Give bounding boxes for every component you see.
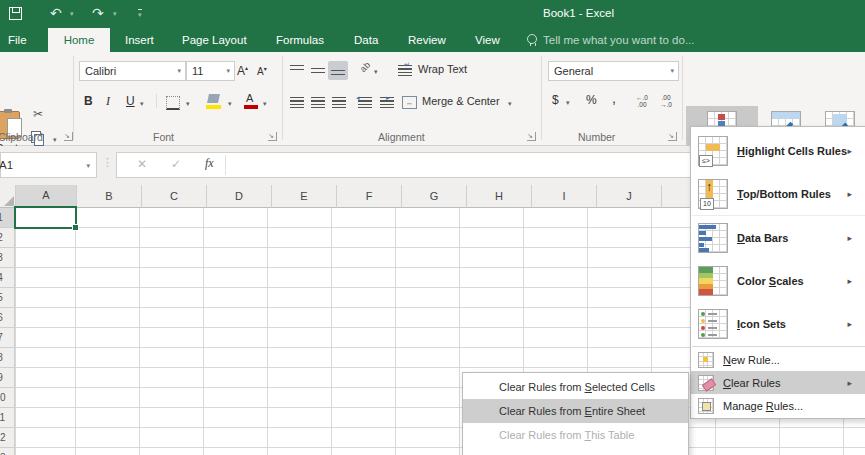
align-bottom-button[interactable] <box>328 61 348 80</box>
copy-caret-icon[interactable]: ▾ <box>53 136 57 144</box>
align-middle-icon[interactable] <box>311 65 325 76</box>
italic-button[interactable]: I <box>106 94 110 109</box>
align-left-icon[interactable] <box>290 97 304 108</box>
currency-caret-icon[interactable]: ▾ <box>566 99 570 107</box>
column-header-b[interactable]: B <box>77 185 142 208</box>
underline-caret-icon[interactable]: ▾ <box>140 100 144 108</box>
shrink-font-button[interactable]: A▾ <box>257 65 267 77</box>
cancel-icon[interactable]: ✕ <box>137 157 147 171</box>
name-box-value: A1 <box>0 159 13 171</box>
align-top-icon[interactable] <box>290 65 304 76</box>
column-header-f[interactable]: F <box>337 185 402 208</box>
fill-color-caret-icon[interactable]: ▾ <box>228 100 232 108</box>
font-color-caret-icon[interactable]: ▾ <box>263 100 267 108</box>
menu-item-color-scales[interactable]: Color Scales ▸ <box>691 259 865 302</box>
qat-customize-icon[interactable]: ▾ <box>138 9 142 19</box>
undo-caret-icon[interactable]: ▾ <box>70 10 74 18</box>
submenu-item-clear-selected-cells[interactable]: Clear Rules from Selected Cells <box>463 375 688 399</box>
font-size-caret-icon[interactable]: ▾ <box>226 62 230 80</box>
currency-button[interactable]: $ <box>552 93 559 107</box>
save-icon[interactable] <box>9 7 22 20</box>
menu-item-manage-rules[interactable]: Manage Rules... <box>691 394 865 417</box>
tab-data[interactable]: Data <box>354 28 378 52</box>
menu-item-data-bars[interactable]: Data Bars ▸ <box>691 216 865 259</box>
tab-formulas[interactable]: Formulas <box>276 28 324 52</box>
tab-page-layout[interactable]: Page Layout <box>182 28 247 52</box>
underline-button[interactable]: U <box>126 94 135 108</box>
conditional-formatting-menu: ≤> Highlight Cells Rules ▸ ↑ 10 Top/Bott… <box>690 126 865 419</box>
wrap-text-button[interactable]: Wrap Text <box>418 63 467 75</box>
alignment-dialog-launcher[interactable]: ↘ <box>527 132 536 141</box>
row-header-8[interactable]: 8 <box>0 348 15 368</box>
column-header-j[interactable]: J <box>597 185 662 208</box>
column-header-c[interactable]: C <box>142 185 207 208</box>
column-header-h[interactable]: H <box>467 185 532 208</box>
merge-center-button[interactable]: Merge & Center <box>422 95 500 107</box>
insert-function-icon[interactable]: fx <box>205 156 214 171</box>
grow-font-button[interactable]: A▴ <box>237 64 248 78</box>
number-format-caret-icon[interactable]: ▾ <box>670 62 674 80</box>
row-header-10[interactable]: 10 <box>0 388 15 408</box>
row-header-9[interactable]: 9 <box>0 368 15 388</box>
increase-decimal-button[interactable]: ←.0.00 <box>632 94 652 108</box>
tab-review[interactable]: Review <box>408 28 446 52</box>
decrease-decimal-button[interactable]: .00→.0 <box>656 94 676 108</box>
row-header-7[interactable]: 7 <box>0 328 15 348</box>
borders-caret-icon[interactable]: ▾ <box>186 100 190 108</box>
row-header-2[interactable]: 2 <box>0 228 15 248</box>
name-box[interactable]: A1 ▾ <box>0 152 97 178</box>
name-box-caret-icon[interactable]: ▾ <box>86 154 90 178</box>
tab-view[interactable]: View <box>475 28 500 52</box>
column-header-e[interactable]: E <box>272 185 337 208</box>
row-header-6[interactable]: 6 <box>0 308 15 328</box>
fill-color-icon[interactable] <box>207 94 220 103</box>
row-header-4[interactable]: 4 <box>0 268 15 288</box>
tell-me-box[interactable]: Tell me what you want to do... <box>543 28 695 52</box>
align-center-icon[interactable] <box>311 97 325 108</box>
align-right-icon[interactable] <box>332 97 346 108</box>
cut-icon[interactable]: ✂ <box>33 107 43 121</box>
merge-center-caret-icon[interactable]: ▾ <box>508 100 512 108</box>
column-header-i[interactable]: I <box>532 185 597 208</box>
clipboard-dialog-launcher[interactable]: ↘ <box>64 132 73 141</box>
fill-handle[interactable] <box>72 224 79 231</box>
redo-caret-icon[interactable]: ▾ <box>113 10 117 18</box>
tab-insert[interactable]: Insert <box>125 28 154 52</box>
row-header-12[interactable]: 12 <box>0 428 15 448</box>
selected-cell-a1[interactable] <box>14 206 77 229</box>
tab-file[interactable]: File <box>8 28 27 52</box>
undo-icon[interactable]: ↶ <box>50 5 62 21</box>
comma-button[interactable]: , <box>612 90 616 106</box>
font-name-caret-icon[interactable]: ▾ <box>177 62 181 80</box>
font-size-select[interactable]: 11 ▾ <box>186 61 235 81</box>
menu-item-highlight-cells-rules[interactable]: ≤> Highlight Cells Rules ▸ <box>691 129 865 172</box>
percent-button[interactable]: % <box>586 93 597 107</box>
orientation-caret-icon[interactable]: ▾ <box>374 68 378 76</box>
menu-item-clear-rules[interactable]: Clear Rules ▸ <box>691 371 865 394</box>
enter-icon[interactable]: ✓ <box>171 157 181 171</box>
redo-icon[interactable]: ↷ <box>92 5 104 21</box>
font-name-select[interactable]: Calibri ▾ <box>79 61 186 81</box>
row-header-1[interactable]: 1 <box>0 208 15 228</box>
menu-item-icon-sets[interactable]: Icon Sets ▸ <box>691 302 865 345</box>
menu-item-top-bottom-rules[interactable]: ↑ 10 Top/Bottom Rules ▸ <box>691 172 865 215</box>
number-format-select[interactable]: General ▾ <box>548 61 679 81</box>
tab-home[interactable]: Home <box>48 28 110 52</box>
formula-bar-grip-icon[interactable]: ⋮ <box>102 156 113 169</box>
row-header-13[interactable]: 13 <box>0 448 15 455</box>
font-dialog-launcher[interactable]: ↘ <box>268 132 277 141</box>
orientation-icon[interactable]: ab <box>358 60 372 74</box>
number-dialog-launcher[interactable]: ↘ <box>668 132 677 141</box>
row-header-11[interactable]: 11 <box>0 408 15 428</box>
row-header-5[interactable]: 5 <box>0 288 15 308</box>
decrease-indent-icon[interactable] <box>358 97 372 108</box>
submenu-item-clear-entire-sheet[interactable]: Clear Rules from Entire Sheet <box>463 399 688 423</box>
menu-item-new-rule[interactable]: New Rule... <box>691 348 865 371</box>
bold-button[interactable]: B <box>84 94 93 108</box>
row-header-3[interactable]: 3 <box>0 248 15 268</box>
font-color-icon[interactable]: A <box>246 92 253 104</box>
column-header-g[interactable]: G <box>402 185 467 208</box>
borders-icon[interactable] <box>166 96 180 110</box>
column-header-d[interactable]: D <box>207 185 272 208</box>
select-all-corner[interactable] <box>0 185 16 208</box>
